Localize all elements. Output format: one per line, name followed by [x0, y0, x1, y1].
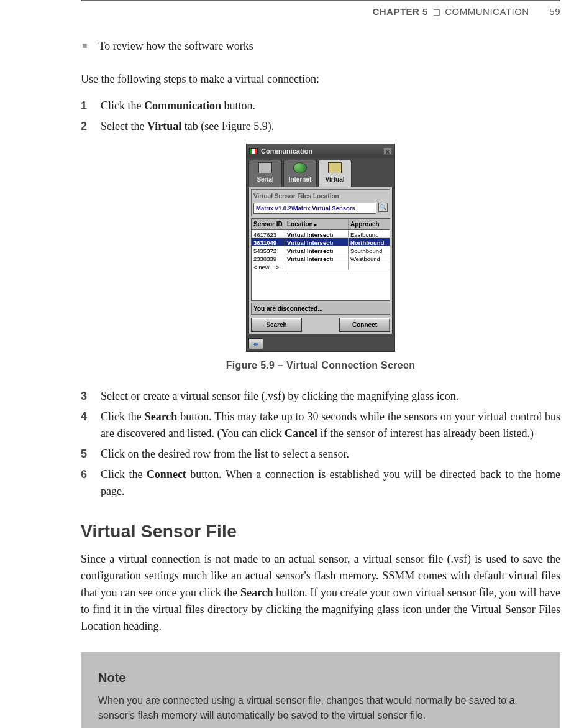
back-arrow-icon: ⇐	[253, 339, 258, 349]
close-button[interactable]: ×	[383, 147, 392, 155]
page-header: CHAPTER 5 COMMUNICATION 59	[81, 0, 560, 19]
table-empty-area	[252, 270, 390, 300]
table-row[interactable]: 2338339Virtual IntersectiWestbound	[252, 254, 390, 262]
header-divider-icon	[434, 9, 440, 16]
note-title: Note	[98, 668, 543, 687]
table-row[interactable]: < new... >	[252, 262, 390, 270]
step-number: 6	[81, 466, 89, 500]
step-text: Click the Search button. This may take u…	[101, 408, 560, 442]
step-number: 1	[81, 98, 89, 114]
step-number: 5	[81, 446, 89, 463]
step-text: Click the Connect button. When a connect…	[101, 466, 560, 500]
step-number: 4	[81, 408, 89, 442]
magnify-button[interactable]: 🔍	[378, 203, 388, 212]
status-text: You are disconnected...	[251, 303, 390, 315]
connect-button[interactable]: Connect	[339, 318, 390, 332]
section-heading: Virtual Sensor File	[81, 518, 560, 545]
tab-strip: Serial Internet Virtual	[247, 158, 394, 187]
review-bullet-list: ■ To review how the software works	[82, 38, 560, 55]
step-text: Select the Virtual tab (see Figure 5.9).	[101, 118, 560, 135]
section-paragraph: Since a virtual connection is not made t…	[81, 551, 560, 635]
col-location[interactable]: Location▸	[285, 219, 349, 229]
table-row[interactable]: 4617623Virtual IntersectiEastbound	[252, 230, 390, 238]
step-number: 2	[81, 118, 89, 135]
window-title: Communication	[261, 146, 312, 157]
sensor-table: Sensor ID Location▸ Approach 4617623Virt…	[251, 218, 390, 301]
figure-caption: Figure 5.9 – Virtual Connection Screen	[81, 358, 560, 373]
col-approach[interactable]: Approach	[349, 219, 390, 229]
steps-list-2: 3 Select or create a virtual sensor file…	[81, 388, 560, 500]
tab-serial[interactable]: Serial	[248, 160, 282, 187]
col-sensor-id[interactable]: Sensor ID	[252, 219, 285, 229]
table-row[interactable]: 3631049Virtual IntersectiNorthbound	[252, 238, 390, 246]
figure-5-9: Communication × Serial Internet Virtual …	[81, 144, 560, 352]
note-body: When you are connected using a virtual s…	[98, 693, 543, 723]
tab-virtual[interactable]: Virtual	[318, 160, 352, 187]
sort-arrow-icon: ▸	[314, 222, 317, 228]
file-location-group: Virtual Sensor Files Location Matrix v1.…	[251, 189, 390, 216]
search-button[interactable]: Search	[251, 318, 302, 332]
back-button[interactable]: ⇐	[248, 338, 263, 349]
globe-icon	[293, 162, 307, 173]
table-header: Sensor ID Location▸ Approach	[252, 219, 390, 230]
window-titlebar: Communication ×	[247, 144, 394, 159]
step-text: Click on the desired row from the list t…	[101, 446, 560, 463]
step-text: Select or create a virtual sensor file (…	[101, 388, 560, 405]
path-input[interactable]: Matrix v1.0.2\Matrix Virtual Sensors	[253, 203, 376, 214]
section-label: COMMUNICATION	[445, 6, 529, 17]
chapter-label: CHAPTER 5	[372, 6, 428, 17]
bullet-text: To review how the software works	[98, 38, 253, 55]
table-row[interactable]: 5435372Virtual IntersectiSouthbound	[252, 246, 390, 254]
app-flag-icon	[249, 148, 258, 154]
tab-body: Virtual Sensor Files Location Matrix v1.…	[248, 187, 393, 334]
step-number: 3	[81, 388, 89, 405]
note-box: Note When you are connected using a virt…	[81, 652, 560, 728]
intro-paragraph: Use the following steps to make a virtua…	[81, 71, 560, 88]
page-number: 59	[549, 6, 560, 17]
step-text: Click the Communication button.	[101, 98, 560, 114]
folder-icon	[328, 162, 342, 173]
window-bottombar: ⇐	[247, 336, 394, 351]
steps-list-1: 1 Click the Communication button. 2 Sele…	[81, 98, 560, 135]
group-title: Virtual Sensor Files Location	[253, 191, 388, 201]
serial-port-icon	[258, 162, 272, 173]
communication-window: Communication × Serial Internet Virtual …	[246, 144, 395, 352]
tab-internet[interactable]: Internet	[283, 160, 317, 187]
bullet-icon: ■	[82, 38, 87, 54]
